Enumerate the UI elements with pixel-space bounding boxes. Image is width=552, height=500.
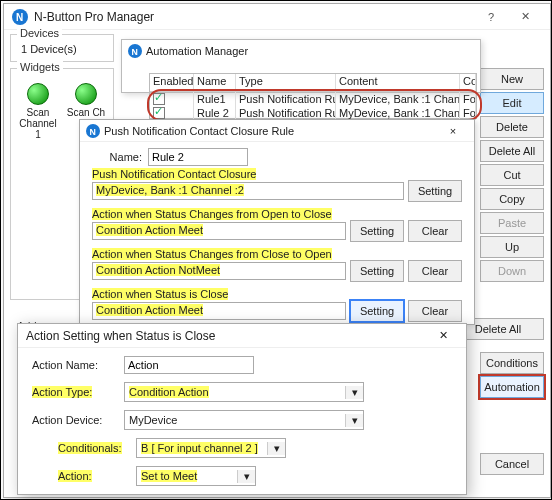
cancel-button[interactable]: Cancel	[480, 453, 544, 475]
cell-name: Rule 2	[194, 106, 236, 120]
enabled-checkbox[interactable]	[153, 107, 165, 119]
setting-button[interactable]: Setting	[350, 220, 404, 242]
cell-type: Push Notification Rule	[236, 106, 336, 120]
copy-button[interactable]: Copy	[480, 188, 544, 210]
as-title: Action Setting when Status is Close	[26, 329, 428, 343]
close-icon[interactable]: ×	[438, 125, 468, 137]
conditionals-label: Conditionals:	[58, 442, 122, 454]
col-name[interactable]: Name	[194, 74, 236, 91]
action-select[interactable]: Set to Meet ▾	[136, 466, 256, 486]
cell-content: MyDevice, Bank :1 Channel :2	[336, 106, 460, 120]
clear-button[interactable]: Clear	[408, 300, 462, 322]
pn-titlebar: N Push Notification Contact Closure Rule…	[80, 120, 474, 142]
action-type-label: Action Type:	[32, 386, 92, 398]
close-icon[interactable]: ✕	[428, 329, 458, 342]
widget-label: Scan Ch	[67, 107, 105, 118]
clear-button[interactable]: Clear	[408, 220, 462, 242]
chevron-down-icon: ▾	[237, 470, 255, 483]
widgets-label: Widgets	[17, 61, 63, 73]
devices-label: Devices	[17, 27, 62, 39]
action-device-select[interactable]: MyDevice ▾	[124, 410, 364, 430]
widget-label: Scan Channel 1	[17, 107, 59, 140]
svg-text:N: N	[90, 126, 96, 136]
pn-title: Push Notification Contact Closure Rule	[104, 125, 438, 137]
open-to-close-value: Condition Action Meet	[96, 224, 203, 236]
col-enabled[interactable]: Enabled	[150, 74, 194, 91]
widget-icon	[75, 83, 97, 105]
table-header-row: Enabled Name Type Content Co	[150, 74, 476, 92]
name-label: Name:	[92, 151, 142, 163]
contact-closure-value: MyDevice, Bank :1 Channel :2	[96, 184, 244, 196]
automation-rules-table: Enabled Name Type Content Co Rule1 Push …	[149, 73, 477, 119]
setting-button[interactable]: Setting	[350, 300, 404, 322]
help-button[interactable]: ?	[474, 5, 508, 29]
action-setting-dialog: Action Setting when Status is Close ✕ Ac…	[17, 323, 467, 495]
chevron-down-icon: ▾	[345, 414, 363, 427]
devices-count: 1 Device(s)	[17, 43, 107, 55]
cell-fo: Fo	[460, 106, 476, 120]
app-icon: N	[12, 9, 28, 25]
action-type-select[interactable]: Condition Action ▾	[124, 382, 364, 402]
cell-name: Rule1	[194, 92, 236, 106]
paste-button[interactable]: Paste	[480, 212, 544, 234]
clear-button[interactable]: Clear	[408, 260, 462, 282]
close-button[interactable]: ✕	[508, 5, 542, 29]
enabled-checkbox[interactable]	[153, 93, 165, 105]
setting-button[interactable]: Setting	[408, 180, 462, 202]
down-button[interactable]: Down	[480, 260, 544, 282]
delete-button[interactable]: Delete	[480, 116, 544, 138]
right-lower-column: Conditions Automation	[480, 352, 544, 398]
as-titlebar: Action Setting when Status is Close ✕	[18, 324, 466, 348]
edit-button[interactable]: Edit	[480, 92, 544, 114]
cut-button[interactable]: Cut	[480, 164, 544, 186]
widget-scan-channel-1[interactable]: Scan Channel 1	[17, 83, 59, 140]
app-icon: N	[86, 124, 100, 138]
section-status-close: Action when Status is Close	[92, 288, 228, 300]
widget-icon	[27, 83, 49, 105]
action-type-value: Condition Action	[129, 386, 209, 398]
chevron-down-icon: ▾	[267, 442, 285, 455]
setting-button[interactable]: Setting	[350, 260, 404, 282]
section-contact-closure: Push Notification Contact Closure	[92, 168, 256, 180]
cell-content: MyDevice, Bank :1 Channel :1	[336, 92, 460, 106]
conditionals-value: B [ For input channel 2 ]	[141, 442, 258, 454]
automation-manager-title: Automation Manager	[146, 45, 474, 57]
devices-group: Devices 1 Device(s)	[10, 34, 114, 62]
chevron-down-icon: ▾	[345, 386, 363, 399]
section-close-to-open: Action when Status Changes from Close to…	[92, 248, 332, 260]
table-row[interactable]: Rule1 Push Notification Rule MyDevice, B…	[150, 92, 476, 106]
section-open-to-close: Action when Status Changes from Open to …	[92, 208, 332, 220]
col-type[interactable]: Type	[236, 74, 336, 91]
app-icon: N	[128, 44, 142, 58]
status-close-value: Condition Action Meet	[96, 304, 203, 316]
col-content[interactable]: Content	[336, 74, 460, 91]
svg-text:N: N	[16, 12, 23, 23]
up-button[interactable]: Up	[480, 236, 544, 258]
action-device-label: Action Device:	[32, 414, 116, 426]
push-notification-rule-window: N Push Notification Contact Closure Rule…	[79, 119, 475, 325]
rule-name-input[interactable]	[148, 148, 248, 166]
cell-type: Push Notification Rule	[236, 92, 336, 106]
action-label: Action:	[58, 470, 92, 482]
automation-manager-titlebar: N Automation Manager	[122, 40, 480, 62]
action-name-label: Action Name:	[32, 359, 116, 371]
svg-text:N: N	[132, 47, 138, 57]
close-to-open-value: Condition Action NotMeet	[96, 264, 220, 276]
table-row[interactable]: Rule 2 Push Notification Rule MyDevice, …	[150, 106, 476, 120]
cell-fo: Fo	[460, 92, 476, 106]
automation-button[interactable]: Automation	[480, 376, 544, 398]
action-value: Set to Meet	[141, 470, 197, 482]
conditions-button[interactable]: Conditions	[480, 352, 544, 374]
conditionals-select[interactable]: B [ For input channel 2 ] ▾	[136, 438, 286, 458]
new-button[interactable]: New	[480, 68, 544, 90]
right-button-column: New Edit Delete Delete All Cut Copy Past…	[480, 68, 544, 282]
col-co[interactable]: Co	[460, 74, 476, 91]
action-name-input[interactable]	[124, 356, 254, 374]
delete-all-button[interactable]: Delete All	[480, 140, 544, 162]
main-title: N-Button Pro Manager	[34, 10, 474, 24]
main-titlebar: N N-Button Pro Manager ? ✕	[4, 4, 550, 30]
action-device-value: MyDevice	[125, 413, 345, 427]
